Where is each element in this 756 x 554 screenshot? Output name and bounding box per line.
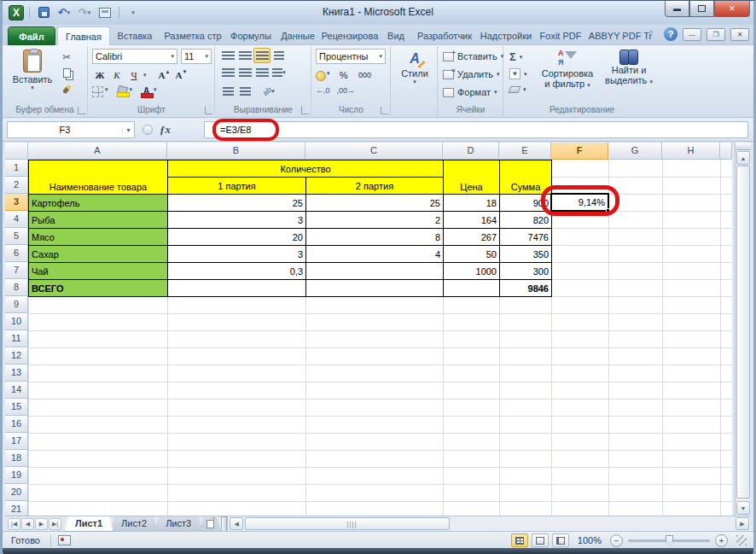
cell-B7[interactable]: 0,3 [167,262,306,280]
macro-record-icon[interactable] [58,535,71,545]
fill-handle[interactable] [606,208,610,213]
cell-B6[interactable]: 3 [167,245,306,263]
row-header-11[interactable]: 11 [5,330,28,347]
cell-D8[interactable] [443,279,500,297]
cell-C4[interactable]: 2 [305,211,444,229]
cell-E1[interactable]: Сумма [499,160,552,195]
cell-E3[interactable]: 900 [499,194,552,212]
close-button[interactable]: ✕ [714,1,750,17]
tab-надстройки[interactable]: Надстройки [477,26,535,45]
workbook-restore-button[interactable]: ❐ [707,28,725,41]
format-cells-button[interactable]: Формат▾ [443,87,497,97]
row-header-19[interactable]: 19 [5,467,28,484]
cut-button[interactable]: ✂ [59,50,74,64]
prev-sheet-icon[interactable]: ◀ [21,518,34,530]
tab-split-handle[interactable] [221,516,227,532]
dialog-launcher-icon[interactable] [301,107,309,114]
split-handle[interactable] [736,143,751,150]
chevron-down-icon[interactable]: ▼ [122,127,134,133]
fill-button[interactable]: ▼▾ [509,68,527,79]
sheet-tab-лист1[interactable]: Лист1 [64,516,113,532]
minimize-button[interactable]: ▬ [665,1,689,17]
row-header-9[interactable]: 9 [5,296,28,313]
tab-file[interactable]: Файл [8,26,55,45]
row-header-2[interactable]: 2 [5,177,28,194]
dialog-launcher-icon[interactable] [78,107,85,114]
shrink-font-button[interactable]: А▼ [174,67,189,83]
find-select-button[interactable]: Найти и выделить ▾ [602,50,656,85]
increase-decimal-button[interactable]: ←,0 [316,86,330,95]
column-header-B[interactable]: B [167,143,305,160]
cell-A3[interactable]: Картофель [28,194,168,212]
row-header-6[interactable]: 6 [5,245,28,262]
dialog-launcher-icon[interactable] [205,107,212,114]
scrollbar-thumb[interactable] [736,166,750,499]
cell-B4[interactable]: 3 [167,211,306,229]
align-left-button[interactable] [219,65,236,80]
cell-D7[interactable]: 1000 [443,262,500,280]
row-header-16[interactable]: 16 [5,416,28,433]
cell-D6[interactable]: 50 [443,245,500,263]
next-sheet-icon[interactable]: ▶ [35,518,48,530]
spreadsheet-grid[interactable]: ABCDEFGH12345678910111213141516171819202… [5,143,732,516]
merge-center-button[interactable]: ▾ [270,65,288,80]
cell-B1[interactable]: Количество [167,160,444,178]
comma-style-button[interactable]: 000 [358,67,373,83]
row-header-3[interactable]: 3 [5,194,28,211]
row-header-18[interactable]: 18 [5,450,28,467]
tab-вставка[interactable]: Вставка [110,26,160,45]
scroll-left-icon[interactable]: ◀ [230,517,243,530]
borders-button[interactable]: ▾ [92,86,108,97]
column-header-E[interactable]: E [499,143,551,160]
row-header-13[interactable]: 13 [5,364,28,382]
cell-D3[interactable]: 18 [443,194,500,212]
cell-C8[interactable] [305,279,444,297]
insert-cells-button[interactable]: Вставить▾ [443,51,503,61]
row-header-7[interactable]: 7 [5,262,28,279]
tab-рецензирова[interactable]: Рецензирова [320,26,380,45]
name-box[interactable]: F3 ▼ [7,121,135,138]
cell-D4[interactable]: 164 [443,211,500,229]
page-layout-view-button[interactable] [532,534,549,547]
font-color-button[interactable]: А▾ [141,86,157,97]
font-name-combo[interactable]: Calibri▾ [92,49,177,64]
decrease-indent-button[interactable] [219,84,236,99]
format-painter-button[interactable] [59,82,74,96]
row-header-4[interactable]: 4 [5,211,28,228]
percent-style-button[interactable]: % [336,67,352,83]
zoom-in-button[interactable]: + [715,534,728,547]
vertical-scrollbar[interactable]: ▲ ▼ [735,143,751,516]
collapse-button[interactable] [142,125,153,135]
cell-B3[interactable]: 25 [167,194,306,212]
normal-view-button[interactable] [511,534,528,547]
cell-E6[interactable]: 350 [499,245,552,263]
page-break-view-button[interactable] [552,534,569,547]
active-cell-F3[interactable]: 9,14% [550,193,609,212]
currency-format-button[interactable]: ▾ [316,70,330,80]
column-header-A[interactable]: A [28,143,167,160]
row-header-5[interactable]: 5 [5,228,28,245]
clear-button[interactable]: ▾ [509,86,526,93]
tab-разметка-стр[interactable]: Разметка стр [160,26,226,45]
restore-button[interactable] [689,1,714,17]
orientation-button[interactable]: ab▾ [260,84,277,99]
zoom-slider-thumb[interactable] [666,535,673,545]
column-header-H[interactable]: H [662,143,720,160]
cell-B2[interactable]: 1 партия [167,177,306,195]
row-header-8[interactable]: 8 [5,279,28,296]
cell-C2[interactable]: 2 партия [305,177,444,195]
cell-E5[interactable]: 7476 [499,228,552,246]
delete-cells-button[interactable]: Удалить▾ [443,69,500,79]
dialog-launcher-icon[interactable] [381,107,388,114]
scroll-up-icon[interactable]: ▲ [736,151,750,165]
tab-формулы[interactable]: Формулы [226,26,276,45]
cell-C7[interactable] [305,262,444,280]
cell-E8[interactable]: 9846 [499,279,552,297]
copy-button[interactable] [59,66,74,80]
number-format-combo[interactable]: Процентны▾ [316,49,386,64]
cell-B5[interactable]: 20 [167,228,306,246]
tab-данные[interactable]: Данные [276,26,320,45]
autosum-button[interactable]: Σ▾ [509,50,522,63]
row-header-21[interactable]: 21 [5,501,28,516]
zoom-level[interactable]: 100% [578,535,602,545]
